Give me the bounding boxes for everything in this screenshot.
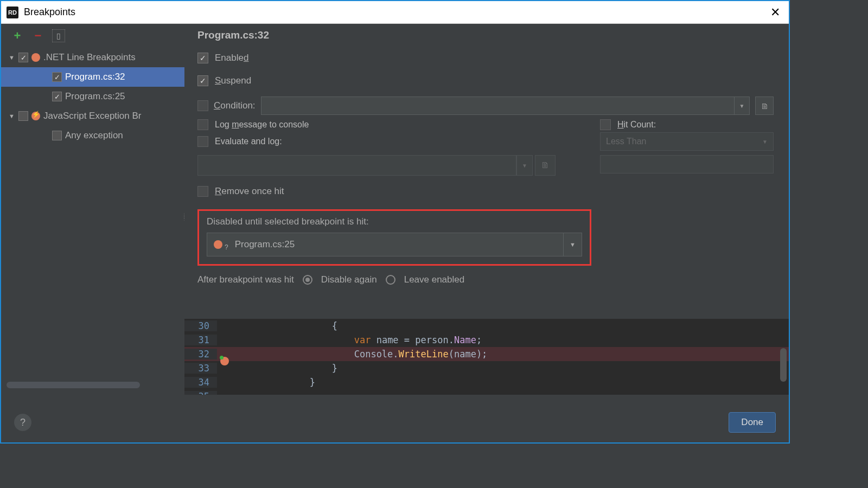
item-label: Program.cs:25 bbox=[65, 91, 125, 102]
line-number: 30 bbox=[184, 320, 217, 331]
leave-enabled-label: Leave enabled bbox=[404, 274, 465, 285]
dropdown-button[interactable]: ▼ bbox=[563, 233, 582, 256]
pending-marker-icon: ? bbox=[225, 243, 228, 251]
after-hit-label: After breakpoint was hit bbox=[197, 274, 294, 285]
code-vertical-scrollbar[interactable] bbox=[780, 348, 787, 382]
hitcount-value-field[interactable] bbox=[600, 155, 774, 174]
expand-icon: ▼ bbox=[9, 113, 15, 119]
condition-label: Condition: bbox=[214, 100, 256, 111]
suspend-checkbox[interactable] bbox=[197, 75, 208, 86]
dependency-breakpoint-combo[interactable]: ? Program.cs:25 ▼ bbox=[207, 233, 582, 256]
remove-once-hit-checkbox[interactable] bbox=[197, 186, 208, 197]
tree-item-any-exception[interactable]: Any exception bbox=[1, 126, 184, 145]
breakpoint-sidebar: + − ▯ ▼ .NET Line Breakpoints Program.cs… bbox=[1, 24, 184, 442]
tree-item-program-32[interactable]: Program.cs:32 bbox=[1, 67, 184, 87]
hitcount-label: Hit Count: bbox=[617, 120, 656, 130]
evaluate-expression-field[interactable] bbox=[197, 155, 516, 176]
hitcount-checkbox[interactable] bbox=[600, 119, 611, 130]
leave-enabled-radio[interactable] bbox=[386, 275, 395, 285]
breakpoint-tree: ▼ .NET Line Breakpoints Program.cs:32 Pr… bbox=[1, 48, 184, 145]
exception-icon bbox=[31, 112, 40, 120]
line-number: 32 bbox=[184, 349, 217, 359]
remove-once-hit-label: Remove once hit bbox=[215, 186, 284, 197]
evaluate-label: Evaluate and log: bbox=[215, 137, 282, 146]
enabled-checkbox[interactable] bbox=[197, 53, 208, 63]
line-number: 31 bbox=[184, 335, 217, 345]
dropdown-icon: ▼ bbox=[734, 97, 749, 114]
dropdown-icon: ▼ bbox=[762, 139, 768, 145]
app-icon bbox=[7, 7, 18, 18]
done-button[interactable]: Done bbox=[729, 412, 776, 433]
line-number: 34 bbox=[184, 377, 217, 388]
tree-item-program-25[interactable]: Program.cs:25 bbox=[1, 87, 184, 106]
item-label: Any exception bbox=[65, 130, 123, 141]
item-checkbox[interactable] bbox=[52, 72, 62, 82]
group-by-button[interactable]: ▯ bbox=[52, 29, 65, 42]
dependency-breakpoint-value: Program.cs:25 bbox=[235, 239, 295, 250]
condition-field[interactable]: ▼ bbox=[261, 97, 750, 115]
item-label: Program.cs:32 bbox=[65, 72, 125, 82]
group-checkbox[interactable] bbox=[18, 53, 28, 62]
evaluate-checkbox[interactable] bbox=[197, 136, 208, 147]
item-checkbox[interactable] bbox=[52, 131, 62, 140]
breakpoint-title: Program.cs:32 bbox=[197, 24, 774, 47]
breakpoint-dot-icon bbox=[31, 53, 40, 62]
sidebar-horizontal-scrollbar[interactable] bbox=[7, 382, 140, 388]
line-number: 35 bbox=[184, 391, 217, 395]
dialog-body: + − ▯ ▼ .NET Line Breakpoints Program.cs… bbox=[1, 24, 789, 442]
group-label: .NET Line Breakpoints bbox=[43, 52, 136, 63]
hitcount-mode-combo[interactable]: Less Than ▼ bbox=[600, 132, 774, 151]
breakpoint-dot-icon bbox=[214, 240, 222, 249]
group-label: JavaScript Exception Br bbox=[43, 111, 141, 121]
close-button[interactable]: ✕ bbox=[767, 5, 783, 20]
hitcount-mode-value: Less Than bbox=[606, 137, 646, 146]
disable-again-radio[interactable] bbox=[303, 275, 312, 285]
help-button[interactable]: ? bbox=[14, 414, 31, 431]
dependency-highlight: Disabled until selected breakpoint is hi… bbox=[197, 209, 591, 266]
log-checkbox[interactable] bbox=[197, 119, 208, 130]
tree-group-js[interactable]: ▼ JavaScript Exception Br bbox=[1, 106, 184, 126]
expand-icon: ▼ bbox=[9, 54, 15, 61]
item-checkbox[interactable] bbox=[52, 92, 62, 101]
sidebar-toolbar: + − ▯ bbox=[1, 24, 184, 48]
disabled-until-label: Disabled until selected breakpoint is hi… bbox=[207, 216, 582, 227]
dialog-footer: ? Done bbox=[1, 402, 789, 442]
title-bar: Breakpoints ✕ bbox=[1, 1, 789, 24]
window-title: Breakpoints bbox=[24, 7, 75, 18]
disable-again-label: Disable again bbox=[321, 274, 377, 285]
condition-expand-button[interactable]: 🗎 bbox=[755, 97, 774, 115]
suspend-label: Suspend bbox=[215, 75, 251, 86]
evaluate-expand-button[interactable]: 🗎 bbox=[535, 155, 556, 176]
add-breakpoint-button[interactable]: + bbox=[11, 29, 24, 42]
log-label: Log message to console bbox=[215, 120, 309, 130]
code-preview: 30 { 31 var name = person.Name; 32 Conso… bbox=[184, 319, 789, 395]
tree-group-net[interactable]: ▼ .NET Line Breakpoints bbox=[1, 48, 184, 67]
remove-breakpoint-button[interactable]: − bbox=[31, 29, 44, 42]
enabled-label: Enabled bbox=[215, 53, 248, 63]
line-number: 33 bbox=[184, 363, 217, 374]
group-checkbox[interactable] bbox=[18, 111, 28, 121]
dropdown-icon: ▼ bbox=[516, 155, 533, 176]
condition-checkbox[interactable] bbox=[197, 100, 208, 111]
breakpoint-marker-icon[interactable] bbox=[220, 357, 229, 365]
